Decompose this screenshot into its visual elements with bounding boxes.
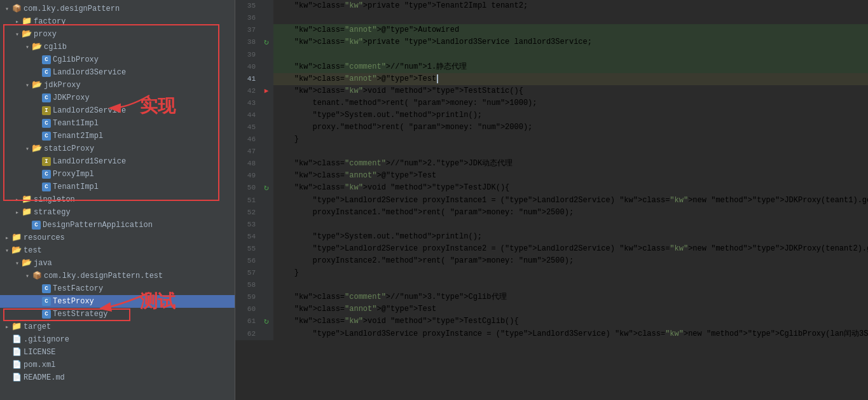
tree-item-gitignore[interactable]: 📄.gitignore [0,333,235,346]
code-text-51: "type">Landlord2Service proxyInstance1 =… [273,195,868,207]
tree-item-JDKProxy[interactable]: CJDKProxy [0,92,235,104]
tree-label-gitignore: .gitignore [24,335,69,344]
code-text-60: "kw">class="annot">@"type">Test [273,303,868,315]
tree-label-LICENSE: LICENSE [24,348,55,357]
gutter-48 [259,158,273,170]
tree-item-cglib[interactable]: ▾📂cglib [0,41,235,53]
folder-icon-test: 📂 [11,245,22,256]
tree-arrow-com.lky.designPattern[interactable]: ▾ [3,5,11,13]
line-number-58: 58 [235,279,259,291]
file-tree[interactable]: ▾📦com.lky.designPattern▸📁factory▾📂proxy▾… [0,0,235,400]
tree-item-com.lky.designPattern.test[interactable]: ▾📦com.lky.designPattern.test [0,270,235,282]
class-icon-TestProxy: C [42,297,51,306]
tree-item-ProxyImpl[interactable]: CProxyImpl [0,168,235,181]
tree-arrow-cglib[interactable]: ▾ [23,43,32,51]
gutter-40 [259,61,273,73]
code-row-42: 42▶ "kw">class="kw">void "method">"type"… [235,85,868,97]
tree-item-Teant1Impl[interactable]: CTeant1Impl [0,117,235,130]
tree-item-com.lky.designPattern[interactable]: ▾📦com.lky.designPattern [0,3,235,15]
line-number-38: 38 [235,36,259,49]
run-icon[interactable]: ↻ [264,38,269,47]
code-text-62: "type">Landlord3Service proxyInstance = … [273,328,868,340]
class-icon-TestStrategy: C [42,310,51,319]
tree-item-singleton[interactable]: ▸📁singleton [0,193,235,206]
line-number-62: 62 [235,328,259,340]
code-row-51: 51 "type">Landlord2Service proxyInstance… [235,195,868,207]
code-text-61: "kw">class="kw">void "method">"type">Tes… [273,315,868,328]
line-number-36: 36 [235,12,259,24]
tree-label-TestFactory: TestFactory [53,284,103,293]
tree-item-TenantImpl[interactable]: CTenantImpl [0,181,235,193]
tree-item-java2[interactable]: ▾📂java [0,257,235,270]
tree-item-proxy[interactable]: ▾📂proxy [0,28,235,41]
tree-arrow-test[interactable]: ▾ [3,247,11,254]
tree-item-READMEmd[interactable]: 📄README.md [0,371,235,384]
code-text-35: "kw">class="kw">private "type">Tenant2Im… [273,0,868,12]
tree-arrow-jdkProxy[interactable]: ▾ [23,81,32,89]
tree-item-TestProxy[interactable]: CTestProxy [0,295,235,308]
tree-label-Tenant2Impl: Tenant2Impl [53,132,103,141]
code-text-47 [273,146,868,158]
tree-item-strategy[interactable]: ▸📁strategy [0,206,235,219]
tree-item-DesignPatternApplication[interactable]: CDesignPatternApplication [0,219,235,231]
class-icon-TenantImpl: C [42,183,51,191]
tree-label-Landlord3Service: Landlord3Service [53,68,126,77]
line-number-46: 46 [235,134,259,146]
run-icon[interactable]: ↻ [264,317,269,326]
code-row-47: 47 [235,146,868,158]
tree-item-LICENSE[interactable]: 📄LICENSE [0,346,235,359]
tree-arrow-resources[interactable]: ▸ [3,234,11,242]
tree-label-pom.xml: pom.xml [24,361,55,369]
code-text-59: "kw">class="comment">//"num">3."type">Cg… [273,291,868,303]
tree-item-Landlord2Service[interactable]: ILandlord2Service [0,104,235,117]
gutter-49 [259,170,273,182]
code-text-43: tenant."method">rent( "param">money: "nu… [273,97,868,109]
tree-arrow-com.lky.designPattern.test[interactable]: ▾ [23,272,32,280]
gutter-45 [259,121,273,134]
class-icon-Teant1Impl: C [42,119,51,128]
class-icon-ProxyImpl: C [42,170,51,179]
code-row-48: 48 "kw">class="comment">//"num">2."type"… [235,158,868,170]
tree-label-resources: resources [24,233,65,242]
tree-item-TestStrategy[interactable]: CTestStrategy [0,308,235,321]
gutter-37 [259,24,273,36]
tree-item-CglibProxy[interactable]: CCglibProxy [0,53,235,66]
gutter-35 [259,0,273,12]
tree-label-Landlord2Service: Landlord2Service [53,106,126,115]
tree-item-TestFactory[interactable]: CTestFactory [0,282,235,295]
line-number-45: 45 [235,121,259,134]
tree-item-Landlord3Service[interactable]: CLandlord3Service [0,66,235,79]
tree-arrow-strategy[interactable]: ▸ [13,209,22,216]
tree-item-test[interactable]: ▾📂test [0,244,235,257]
tree-arrow-staticProxy[interactable]: ▾ [23,145,32,153]
line-number-41: 41 [235,73,259,85]
tree-arrow-factory[interactable]: ▸ [13,18,22,25]
package-icon-com.lky.designPattern: 📦 [11,4,22,14]
tree-arrow-java2[interactable]: ▾ [13,259,22,267]
tree-label-Teant1Impl: Teant1Impl [53,119,99,128]
code-text-36 [273,12,868,24]
code-row-39: 39 [235,49,868,61]
tree-item-factory[interactable]: ▸📁factory [0,15,235,28]
code-row-55: 55 "type">Landlord2Service proxyInstance… [235,243,868,255]
gutter-46 [259,134,273,146]
tree-item-resources[interactable]: ▸📁resources [0,231,235,244]
tree-arrow-target[interactable]: ▸ [3,323,11,331]
tree-item-target[interactable]: ▸📁target [0,321,235,333]
package-icon-com.lky.designPattern.test: 📦 [32,271,42,281]
folder-icon-target: 📁 [11,322,22,332]
tree-item-staticProxy[interactable]: ▾📂staticProxy [0,142,235,155]
run-icon[interactable]: ↻ [264,183,269,193]
code-row-46: 46 } [235,134,868,146]
tree-label-com.lky.designPattern: com.lky.designPattern [24,4,120,13]
tree-arrow-singleton[interactable]: ▸ [13,196,22,203]
tree-arrow-proxy[interactable]: ▾ [13,31,22,38]
tree-item-pom.xml[interactable]: 📄pom.xml [0,359,235,371]
tree-item-Landlord1Service[interactable]: ILandlord1Service [0,155,235,168]
tree-item-Tenant2Impl[interactable]: CTenant2Impl [0,130,235,142]
tree-item-jdkProxy[interactable]: ▾📂jdkProxy [0,79,235,92]
file-icon-gitignore: 📄 [11,334,22,345]
code-row-60: 60 "kw">class="annot">@"type">Test [235,303,868,315]
tree-label-strategy: strategy [34,208,71,217]
line-number-54: 54 [235,231,259,243]
